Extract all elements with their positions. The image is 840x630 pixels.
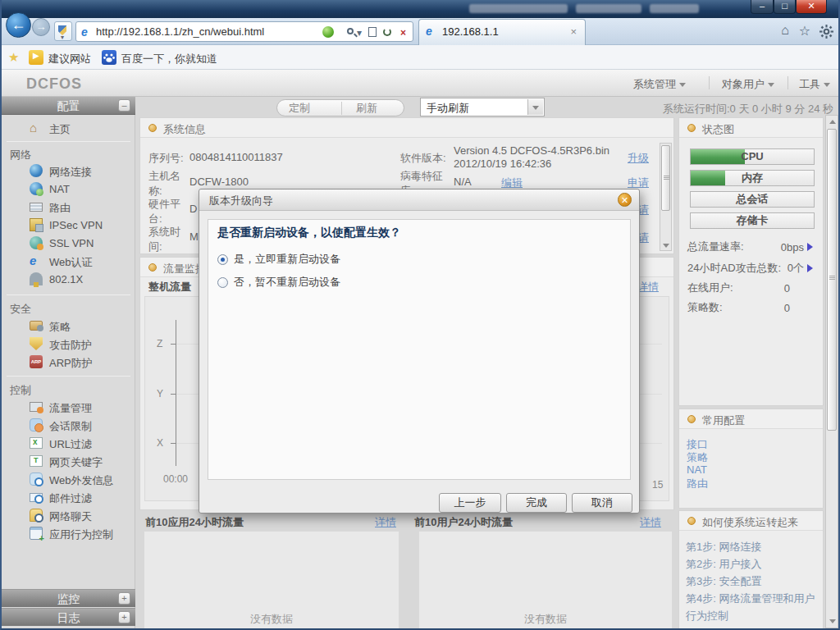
- close-button[interactable]: ✕: [796, 0, 827, 14]
- finish-button[interactable]: 完成: [506, 493, 567, 513]
- arrow-right-icon[interactable]: [807, 243, 813, 251]
- refresh-mode-value: 手动刷新: [427, 101, 469, 116]
- panel-header: 系统信息: [140, 118, 673, 138]
- panel-scrollbar[interactable]: [660, 143, 672, 251]
- back-button[interactable]: ←: [6, 12, 31, 38]
- forward-button[interactable]: →: [32, 18, 50, 36]
- menu-object-user[interactable]: 对象用户: [722, 77, 774, 92]
- hw-platform-label: 硬件平台:: [148, 197, 188, 226]
- add-favorite-icon[interactable]: ★: [8, 50, 19, 65]
- sidebar-item-arp-defense[interactable]: ARP防护: [49, 356, 93, 371]
- compatibility-view-icon[interactable]: [368, 27, 377, 37]
- arrow-right-icon[interactable]: [807, 264, 813, 272]
- scroll-down-icon[interactable]: [663, 244, 669, 248]
- sidebar-item-web-auth[interactable]: Web认证: [49, 255, 93, 270]
- sidebar-item-network-chat[interactable]: 网络聊天: [49, 509, 92, 524]
- sidebar-item-traffic-mgmt[interactable]: 流量管理: [49, 401, 92, 416]
- browser-tab[interactable]: e 192.168.1.1 ×: [418, 19, 586, 45]
- cpu-bar: CPU: [690, 148, 815, 165]
- sidebar-item-home[interactable]: 主页: [49, 122, 71, 137]
- step-4-link[interactable]: 第4步: 网络流量管理和用户行为控制: [686, 590, 818, 624]
- favorites-star-icon[interactable]: ☆: [799, 23, 810, 39]
- x-axis-label: 15: [652, 479, 663, 491]
- refresh-icon[interactable]: [383, 28, 391, 36]
- sidebar-item-web-keyword[interactable]: 网页关键字: [49, 455, 103, 470]
- upgrade-link[interactable]: 升级: [628, 151, 649, 166]
- sidebar-item-nat[interactable]: NAT: [49, 183, 70, 195]
- tab-whole-traffic[interactable]: 整机流量: [148, 280, 191, 294]
- sidebar-item-network-connect[interactable]: 网络连接: [49, 165, 92, 180]
- expand-icon[interactable]: +: [118, 592, 130, 605]
- chevron-down-icon[interactable]: [527, 99, 543, 115]
- sidebar-item-attack-defense[interactable]: 攻击防护: [49, 338, 92, 353]
- detail-link[interactable]: 详情: [375, 515, 396, 530]
- sidebar-header-monitor[interactable]: 监控 +: [2, 589, 135, 607]
- scrollbar-thumb[interactable]: [827, 129, 837, 431]
- detail-link[interactable]: 详情: [637, 280, 659, 294]
- sidebar-header-config[interactable]: 配置 –: [2, 97, 135, 115]
- menu-tools[interactable]: 工具: [799, 77, 830, 92]
- sidebar-item-mail-filter[interactable]: 邮件过滤: [49, 491, 92, 506]
- sidebar-group-network: 网络: [10, 148, 31, 162]
- prev-step-button[interactable]: 上一步: [439, 493, 501, 513]
- tick-label: X: [157, 437, 163, 449]
- menu-system-admin[interactable]: 系统管理: [633, 77, 686, 92]
- tab-close-icon[interactable]: ×: [570, 25, 577, 38]
- customize-button[interactable]: 定制: [289, 100, 310, 116]
- cancel-button[interactable]: 取消: [572, 493, 632, 513]
- dialog-close-icon[interactable]: ✕: [618, 193, 632, 207]
- link-nat[interactable]: NAT: [687, 463, 707, 476]
- radio-restart-yes[interactable]: [217, 254, 228, 265]
- step-1-link[interactable]: 第1步: 网络连接: [686, 538, 818, 555]
- sessions-bar-label: 总会话: [691, 192, 814, 207]
- sidebar-header-log[interactable]: 日志 +: [2, 608, 135, 626]
- top-users-chart: 没有数据: [418, 531, 673, 630]
- sidebar-item-8021x[interactable]: 802.1X: [49, 273, 83, 285]
- panel-title: 常用配置: [702, 413, 745, 428]
- scrollbar-thumb[interactable]: [661, 145, 670, 211]
- green-orb-icon[interactable]: [322, 26, 334, 38]
- scroll-down-icon[interactable]: [829, 619, 836, 623]
- url-input[interactable]: [96, 24, 313, 39]
- detail-link[interactable]: 详情: [640, 515, 661, 530]
- zone-dropdown[interactable]: ▾: [54, 21, 72, 41]
- sidebar-item-ipsec-vpn[interactable]: IPSec VPN: [49, 219, 103, 231]
- baidu-icon[interactable]: [102, 50, 116, 65]
- top-apps-title: 前10应用24小时流量: [145, 515, 244, 530]
- sidebar-item-session-limit[interactable]: 会话限制: [49, 419, 92, 434]
- system-time-value: M: [189, 231, 199, 243]
- refresh-mode-select[interactable]: 手动刷新: [420, 98, 545, 116]
- sidebar-item-app-behavior[interactable]: 应用行为控制: [49, 527, 113, 542]
- sidebar-item-policy[interactable]: 策略: [49, 320, 71, 335]
- refresh-button-group: 定制 刷新: [276, 99, 404, 116]
- favorite-baidu[interactable]: 百度一下，你就知道: [121, 52, 217, 66]
- sidebar-item-web-outgoing[interactable]: Web外发信息: [49, 473, 114, 488]
- address-bar[interactable]: e ▾ ×: [75, 21, 413, 42]
- storage-bar-label: 存储卡: [691, 213, 814, 228]
- gear-icon[interactable]: [819, 25, 833, 39]
- refresh-button[interactable]: 刷新: [356, 100, 377, 116]
- scroll-up-icon[interactable]: [829, 120, 836, 124]
- link-route[interactable]: 路由: [687, 477, 708, 491]
- step-3-link[interactable]: 第3步: 安全配置: [686, 573, 818, 590]
- collapse-icon[interactable]: –: [118, 99, 130, 112]
- app-header: DCFOS 系统管理 对象用户 工具: [2, 70, 840, 97]
- page-scrollbar[interactable]: [825, 115, 838, 628]
- minimize-button[interactable]: –: [751, 0, 774, 14]
- maximize-button[interactable]: □: [774, 0, 796, 14]
- step-2-link[interactable]: 第2步: 用户接入: [686, 555, 818, 573]
- home-icon[interactable]: ⌂: [781, 23, 789, 38]
- search-icon[interactable]: [347, 28, 354, 34]
- radio-restart-no[interactable]: [217, 277, 228, 288]
- suggested-sites-icon[interactable]: ▶: [29, 50, 43, 65]
- orange-dot-icon: [687, 124, 696, 132]
- sidebar-item-url-filter[interactable]: URL过滤: [49, 437, 92, 452]
- sidebar-item-route[interactable]: 路由: [49, 201, 71, 216]
- divider: [341, 102, 342, 115]
- search-chevron-icon[interactable]: ▾: [357, 27, 362, 39]
- favorite-suggested-sites[interactable]: 建议网站: [48, 52, 91, 66]
- stop-icon[interactable]: ×: [400, 27, 406, 39]
- panel-header: 常用配置: [679, 409, 823, 429]
- sidebar-item-ssl-vpn[interactable]: SSL VPN: [49, 237, 94, 249]
- expand-icon[interactable]: +: [118, 611, 130, 623]
